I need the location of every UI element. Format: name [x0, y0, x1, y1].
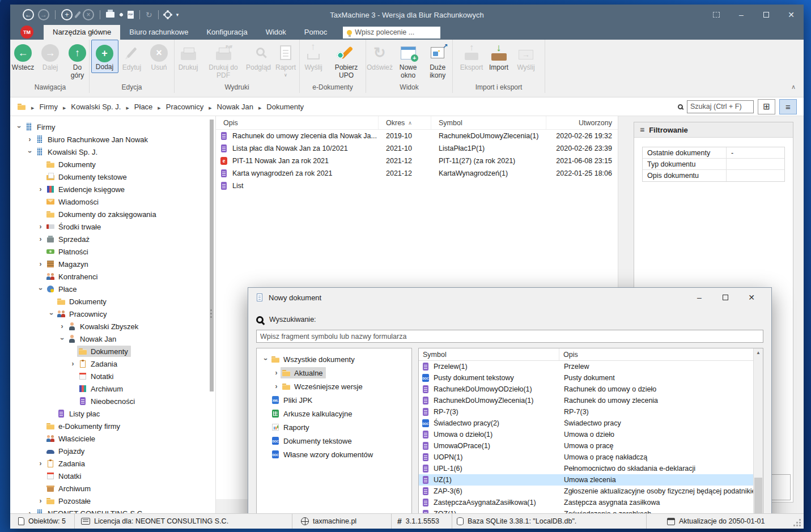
tree-item[interactable]: Archiwum: [10, 382, 215, 395]
tree-item[interactable]: Dokumenty: [10, 295, 215, 308]
list-item[interactable]: ZAP-3(6) Zgłoszenie aktualizacyjne osoby…: [419, 486, 753, 497]
column-header-symbol[interactable]: Symbol: [419, 348, 559, 360]
tree-item[interactable]: Pracownicy: [10, 308, 215, 320]
breadcrumb-item[interactable]: Nowak Jan: [217, 103, 253, 111]
fit-screen-button[interactable]: [704, 5, 729, 25]
forward-button[interactable]: →Dalej: [37, 42, 64, 72]
expander-icon[interactable]: [272, 369, 281, 377]
expander-icon[interactable]: [272, 382, 281, 390]
list-item[interactable]: Przelew(1) Przelew: [419, 361, 753, 372]
expander-icon[interactable]: [36, 260, 45, 268]
print-preview-icon[interactable]: [118, 12, 124, 18]
filter-row[interactable]: Opis dokumentu: [643, 170, 784, 181]
close-button[interactable]: ✕: [779, 5, 804, 25]
filter-row[interactable]: Typ dokumentu: [643, 159, 784, 170]
expander-icon[interactable]: [36, 285, 45, 293]
column-header-opis[interactable]: Opis: [216, 116, 379, 129]
table-row[interactable]: Karta wynagrodzeń za rok 2021 2021-12 Ka…: [216, 167, 618, 180]
new-window-button[interactable]: Nowe okno: [393, 42, 423, 80]
tree-item[interactable]: Pozostałe: [10, 495, 215, 507]
expander-icon[interactable]: [58, 322, 66, 330]
command-input[interactable]: [355, 28, 436, 36]
tree-item[interactable]: Płace: [10, 283, 215, 295]
breadcrumb-item[interactable]: Dokumenty: [266, 103, 304, 111]
tree-item[interactable]: Nowak Jan: [10, 333, 215, 345]
list-item[interactable]: UOPN(1) Umowa o pracę nakładczą: [419, 452, 753, 463]
tree-item[interactable]: Sprzedaż: [10, 233, 215, 245]
tree-item[interactable]: Zadania: [10, 357, 215, 370]
tree-item[interactable]: Notatki: [10, 370, 215, 382]
tree-item[interactable]: Dokumenty: [10, 345, 215, 357]
print-icon[interactable]: [106, 12, 114, 18]
chevron-down-icon[interactable]: ▾: [176, 12, 179, 18]
expander-icon[interactable]: [36, 235, 45, 243]
dialog-close-button[interactable]: ✕: [738, 288, 765, 307]
print-pdf-button[interactable]: Drukuj do PDF: [202, 42, 245, 80]
breadcrumb-item[interactable]: Kowalski Sp. J.: [71, 103, 121, 111]
expander-icon[interactable]: [26, 148, 34, 156]
expander-icon[interactable]: [36, 459, 45, 467]
tree-item[interactable]: Dokumenty do zaksięgowania: [10, 208, 215, 220]
list-item[interactable]: UPL-1(6) Pełnomocnictwo do składania e-d…: [419, 463, 753, 474]
list-item[interactable]: ZOZ(1) Zaświadczenie o zarobkach: [419, 508, 753, 513]
tree-item[interactable]: Arkusze kalkulacyjne: [257, 407, 411, 420]
tree-item[interactable]: Listy płac: [10, 407, 215, 420]
resize-grip[interactable]: [799, 525, 801, 526]
expander-icon[interactable]: [58, 335, 66, 343]
tree-item[interactable]: Pliki JPK: [257, 393, 411, 407]
tree-item[interactable]: Aktualne: [257, 366, 411, 380]
dialog-maximize-button[interactable]: [712, 288, 738, 307]
tree-item[interactable]: Firmy: [10, 121, 215, 133]
list-item[interactable]: RP-7(3) RP-7(3): [419, 406, 753, 418]
list-item[interactable]: ZastępczaAsygnataZasiłkowa(1) Zastępcza …: [419, 497, 753, 508]
expander-icon[interactable]: [69, 360, 77, 368]
tree-item[interactable]: Ewidencje księgowe: [10, 183, 215, 195]
search-box[interactable]: [687, 100, 754, 113]
back-button[interactable]: ←Wstecz: [10, 42, 37, 72]
tree-item[interactable]: Dokumenty tekstowe: [257, 434, 411, 448]
tree-item[interactable]: Wiadomości: [10, 195, 215, 208]
command-search-box[interactable]: [343, 27, 440, 39]
column-header-okres[interactable]: Okres∧: [379, 116, 431, 129]
back-icon[interactable]: ←: [23, 9, 34, 20]
minimize-button[interactable]: –: [729, 5, 754, 25]
scroll-up-icon[interactable]: ▲: [754, 350, 763, 355]
tree-item[interactable]: e-Dokumenty firmy: [10, 420, 215, 432]
tree-item[interactable]: Raporty: [257, 420, 411, 434]
list-item[interactable]: UZ(1) Umowa zlecenia: [419, 474, 753, 486]
export-button[interactable]: Eksport: [458, 42, 485, 72]
filter-row[interactable]: Ostatnie dokumenty -: [643, 147, 784, 159]
edit-button[interactable]: Edytuj: [118, 42, 146, 72]
grid-view-button[interactable]: ⊞: [758, 99, 775, 114]
edit-icon[interactable]: [74, 11, 81, 18]
table-row[interactable]: PIT-11 Nowak Jan za rok 2021 2021-12 PIT…: [216, 155, 618, 167]
expander-icon[interactable]: [26, 509, 34, 513]
ribbon-tab[interactable]: Widok: [257, 25, 295, 40]
list-item[interactable]: UmowaOPrace(1) Umowa o pracę: [419, 440, 753, 452]
column-header-utworzony[interactable]: Utworzony: [546, 116, 618, 129]
expander-icon[interactable]: [26, 135, 34, 143]
table-row[interactable]: Lista płac dla Nowak Jan za 10/2021 2021…: [216, 142, 618, 155]
column-header-opis[interactable]: Opis: [559, 348, 753, 360]
ribbon-tab[interactable]: Narzędzia główne: [44, 25, 120, 40]
pdf-icon[interactable]: [128, 11, 134, 19]
large-icons-button[interactable]: Duże ikony: [423, 42, 452, 80]
refresh-icon[interactable]: ↻: [146, 10, 152, 19]
gear-icon[interactable]: [164, 11, 171, 18]
table-row[interactable]: List: [216, 180, 618, 192]
table-row[interactable]: Rachunek do umowy zlecenia dla Nowak Ja.…: [216, 130, 618, 142]
tree-item[interactable]: Magazyn: [10, 258, 215, 270]
expander-icon[interactable]: [36, 223, 45, 231]
app-logo[interactable]: TM: [20, 25, 33, 39]
up-button[interactable]: ↑Do góry: [64, 42, 91, 80]
tree-item[interactable]: Biuro Rachunkowe Jan Nowak: [10, 133, 215, 146]
tree-item[interactable]: Kowalski Sp. J.: [10, 146, 215, 158]
expander-icon[interactable]: [36, 497, 45, 505]
tree-item[interactable]: Nieobecności: [10, 395, 215, 407]
column-header-symbol[interactable]: Symbol: [431, 116, 546, 129]
tree-item[interactable]: Własne wzory dokumentów: [257, 448, 411, 461]
send-button[interactable]: Wyślij: [300, 42, 327, 72]
tree-item[interactable]: Dokumenty: [10, 158, 215, 171]
list-item[interactable]: RachunekDoUmowyZlecenia(1) Rachunek do u…: [419, 395, 753, 406]
list-item[interactable]: Świadectwo pracy(2) Świadectwo pracy: [419, 418, 753, 429]
